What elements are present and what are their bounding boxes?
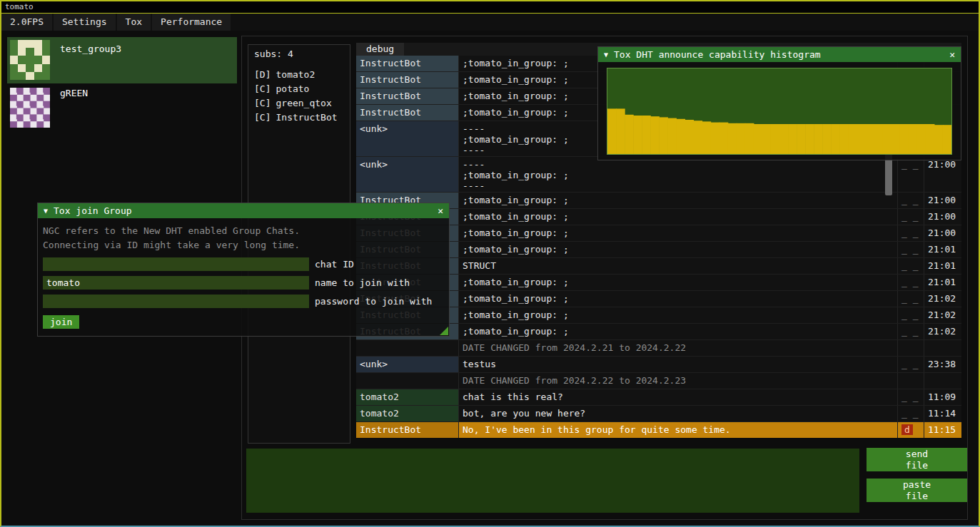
subs-count: subs: 4 <box>254 48 344 59</box>
sender-name <box>356 340 459 356</box>
peer-name: tomato2 <box>276 69 315 80</box>
peer-item[interactable]: [D]tomato2 <box>254 68 344 82</box>
message-time: 21:01 <box>924 275 961 290</box>
message-text: ;tomato_in_group: ; <box>459 291 897 307</box>
menu-tox[interactable]: Tox <box>117 14 151 31</box>
message-status: _ _ <box>897 406 924 421</box>
chat-id-input[interactable] <box>43 257 309 271</box>
join-password-input[interactable] <box>43 295 309 308</box>
message-text: ;tomato_in_group: ; <box>459 242 897 257</box>
join-name-input[interactable] <box>43 276 309 290</box>
dht-histogram-window: ▼ Tox DHT announce capability histogram … <box>597 46 961 160</box>
message-status: _ _ <box>897 389 924 405</box>
message-status: _ _ <box>897 157 924 192</box>
sidebar-item-green[interactable]: gREEN <box>7 85 237 129</box>
sender-name: InstructBot <box>356 56 459 71</box>
message-time: 21:00 <box>924 157 961 192</box>
peer-status-prefix: [C] <box>254 112 271 123</box>
dht-histogram-title: Tox DHT announce capability histogram <box>614 49 942 60</box>
join-group-title: Tox join Group <box>54 205 430 216</box>
menu-bar: 2.0FPS Settings Tox Performance <box>1 14 979 31</box>
message-status: _ _ <box>897 357 924 372</box>
window-titlebar[interactable]: tomato <box>1 1 979 14</box>
peer-status-prefix: [C] <box>254 83 271 94</box>
message-status: _ _ <box>897 193 924 208</box>
app-window: tomato 2.0FPS Settings Tox Performance t… <box>0 0 980 527</box>
sender-name: <unk> <box>356 157 459 192</box>
window-title: tomato <box>5 2 34 11</box>
close-icon[interactable]: ✕ <box>430 205 443 216</box>
menu-performance[interactable]: Performance <box>152 14 231 31</box>
message-time: 21:00 <box>924 225 961 241</box>
paste-file-button[interactable]: paste file <box>867 479 967 502</box>
message-time: 21:01 <box>924 258 961 274</box>
message-status: _ _ <box>897 324 924 339</box>
group-name: test_group3 <box>60 44 121 83</box>
sender-name: <unk> <box>356 357 459 372</box>
send-file-button[interactable]: send file <box>867 448 967 471</box>
collapse-arrow-icon[interactable]: ▼ <box>604 51 608 58</box>
peer-status-prefix: [D] <box>254 69 271 80</box>
chat-message-row-highlighted[interactable]: InstructBotNo, I've been in this group f… <box>356 422 961 438</box>
message-status: _ _ <box>897 275 924 290</box>
group-avatar <box>10 40 50 80</box>
sender-name: InstructBot <box>356 72 459 88</box>
peer-status-prefix: [C] <box>254 98 271 108</box>
sender-name: InstructBot <box>356 88 459 104</box>
message-text: bot, are you new here? <box>459 406 897 421</box>
resize-grip[interactable] <box>440 327 448 335</box>
message-status <box>897 340 924 356</box>
peer-item[interactable]: [C]InstructBot <box>254 111 344 125</box>
date-changed-text: DATE CHANGED from 2024.2.22 to 2024.2.23 <box>459 373 897 389</box>
message-status: _ _ <box>897 291 924 307</box>
message-text: testus <box>459 357 897 372</box>
histogram-plot-svg <box>607 68 951 154</box>
message-text: ---- ;tomato_in_group: ; ---- <box>459 157 897 192</box>
chat-message-row: tomato2chat is this real?_ _11:09 <box>356 389 961 406</box>
join-button[interactable]: join <box>43 315 79 329</box>
message-text: No, I've been in this group for quite so… <box>459 422 897 438</box>
message-status: _ _ <box>897 209 924 225</box>
sender-name: InstructBot <box>356 422 459 438</box>
sidebar-item-test-group3[interactable]: test_group3 <box>7 37 237 83</box>
join-name-label: name to join with <box>315 277 410 288</box>
chat-id-label: chat ID <box>315 259 354 270</box>
sender-name: <unk> <box>356 121 459 156</box>
message-input[interactable] <box>246 449 859 513</box>
dht-histogram-body <box>598 62 961 160</box>
join-group-body: NGC refers to the New DHT enabled Group … <box>38 218 449 336</box>
join-help-line: Connecting via ID might take a very long… <box>43 238 444 252</box>
date-changed-row: DATE CHANGED from 2024.2.21 to 2024.2.22 <box>356 340 961 357</box>
sender-name: InstructBot <box>356 105 459 121</box>
peer-name: InstructBot <box>276 112 337 123</box>
message-status: _ _ <box>897 258 924 274</box>
join-password-label: password to join with <box>315 296 432 307</box>
message-status <box>897 373 924 389</box>
message-text: ;tomato_in_group: ; <box>459 275 897 290</box>
message-status: d <box>897 422 924 438</box>
message-time <box>924 373 961 389</box>
sender-name: tomato2 <box>356 389 459 405</box>
message-status: _ _ <box>897 307 924 323</box>
join-group-titlebar[interactable]: ▼ Tox join Group ✕ <box>38 203 449 218</box>
date-changed-text: DATE CHANGED from 2024.2.21 to 2024.2.22 <box>459 340 897 356</box>
message-time: 21:01 <box>924 242 961 257</box>
message-time <box>924 340 961 356</box>
message-time: 21:00 <box>924 209 961 225</box>
peer-item[interactable]: [C]potato <box>254 82 344 96</box>
peer-name: potato <box>276 83 309 94</box>
tab-debug[interactable]: debug <box>356 43 404 56</box>
chat-message-row: <unk>testus_ _23:38 <box>356 357 961 373</box>
join-group-window: ▼ Tox join Group ✕ NGC refers to the New… <box>37 203 450 337</box>
message-time: 21:00 <box>924 193 961 208</box>
message-time: 21:02 <box>924 291 961 307</box>
fps-counter: 2.0FPS <box>1 14 52 31</box>
menu-settings[interactable]: Settings <box>54 14 116 31</box>
group-avatar <box>10 88 50 128</box>
close-icon[interactable]: ✕ <box>942 49 955 60</box>
peer-item[interactable]: [C]green_qtox <box>254 96 344 111</box>
message-time: 21:02 <box>924 324 961 339</box>
collapse-arrow-icon[interactable]: ▼ <box>44 207 48 215</box>
message-status: _ _ <box>897 225 924 241</box>
dht-histogram-titlebar[interactable]: ▼ Tox DHT announce capability histogram … <box>598 47 961 62</box>
